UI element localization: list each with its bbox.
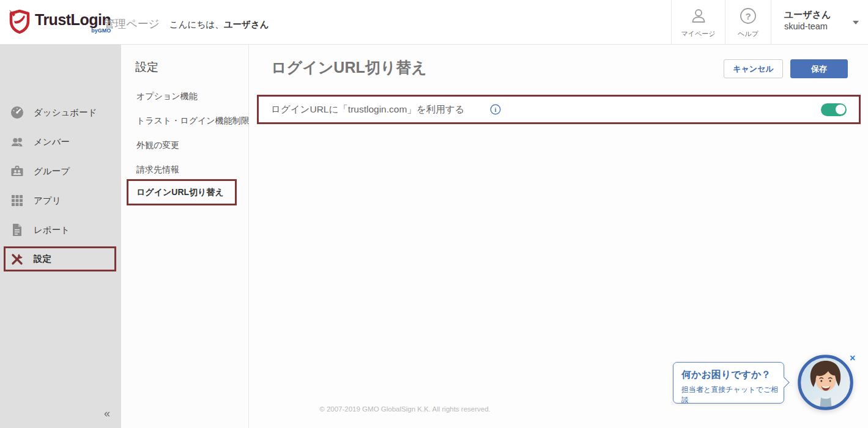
help-label: ヘルプ: [738, 29, 759, 39]
chevron-down-icon: [853, 21, 859, 24]
submenu-title: 設定: [135, 59, 158, 75]
login-url-setting-row: ログインURLに「trustlogin.com」を利用する i: [257, 95, 861, 124]
page-title: ログインURL切り替え: [271, 57, 427, 78]
brand-name: TrustLogin: [35, 12, 111, 28]
help-icon: ?: [739, 7, 757, 28]
chat-subtitle: 担当者と直接チャットでご相談: [681, 385, 784, 405]
chat-close-icon[interactable]: ×: [850, 353, 855, 363]
submenu-item-option-features[interactable]: オプション機能: [136, 91, 198, 102]
save-button[interactable]: 保存: [790, 59, 848, 78]
greeting-text: こんにちは、ユーザさん: [169, 19, 269, 31]
submenu-item-login-url-switch[interactable]: ログインURL切り替え: [127, 179, 237, 205]
svg-text:i: i: [495, 106, 497, 113]
svg-text:?: ?: [745, 10, 751, 21]
sidebar-collapse-button[interactable]: «: [104, 407, 110, 420]
reports-icon: [10, 223, 24, 237]
greeting-prefix: こんにちは、: [169, 20, 224, 29]
user-menu[interactable]: ユーザさん skuid-team: [771, 0, 868, 45]
submenu-item-appearance[interactable]: 外観の変更: [136, 140, 179, 151]
admin-page-label: 管理ページ: [104, 17, 160, 31]
trustlogin-logo[interactable]: TrustLogin byGMO: [8, 9, 111, 37]
setting-row-label: ログインURLに「trustlogin.com」を利用する: [271, 103, 464, 116]
sidebar-item-label: アプリ: [34, 195, 61, 207]
chat-invite-bubble[interactable]: 何かお困りですか？ 担当者と直接チャットでご相談: [673, 362, 784, 404]
main-content: ログインURL切り替え キャンセル 保存 ログインURLに「trustlogin…: [249, 45, 868, 428]
cancel-button[interactable]: キャンセル: [724, 59, 783, 78]
sidebar-item-members[interactable]: メンバー: [0, 127, 121, 157]
copyright-text: © 2007-2019 GMO GlobalSign K.K. All righ…: [249, 405, 561, 413]
members-icon: [10, 135, 24, 149]
help-button[interactable]: ? ヘルプ: [725, 0, 771, 45]
top-bar: TrustLogin byGMO 管理ページ こんにちは、ユーザさん マイページ…: [0, 0, 868, 45]
sidebar-item-dashboard[interactable]: ダッシュボード: [0, 98, 121, 127]
sidebar-item-label: レポート: [34, 224, 70, 236]
sidebar-item-label: メンバー: [34, 136, 70, 148]
settings-icon: [10, 252, 24, 267]
mypage-button[interactable]: マイページ: [671, 0, 725, 45]
chat-agent-avatar[interactable]: [798, 355, 853, 410]
toggle-knob: [836, 105, 845, 114]
chat-title: 何かお困りですか？: [681, 369, 784, 382]
user-name: ユーザさん: [784, 9, 868, 21]
sidebar-item-label: グループ: [34, 166, 70, 177]
apps-icon: [10, 193, 24, 208]
submenu-item-function-restriction[interactable]: トラスト・ログイン機能制限: [136, 116, 250, 127]
greeting-username: ユーザさん: [224, 20, 269, 29]
person-icon: [689, 7, 708, 28]
main-sidebar: ダッシュボード メンバー: [0, 45, 121, 428]
mypage-label: マイページ: [681, 29, 715, 39]
login-url-toggle[interactable]: [821, 103, 847, 116]
sidebar-item-apps[interactable]: アプリ: [0, 186, 121, 215]
sidebar-item-groups[interactable]: グループ: [0, 157, 121, 186]
sidebar-item-reports[interactable]: レポート: [0, 215, 121, 245]
settings-submenu: 設定 オプション機能 トラスト・ログイン機能制限 外観の変更 請求先情報 ログイ…: [121, 45, 249, 428]
sidebar-item-label: 設定: [34, 253, 51, 265]
shield-logo-icon: [8, 9, 31, 37]
brand-by-gmo: byGMO: [35, 28, 111, 34]
sidebar-item-settings[interactable]: 設定: [4, 246, 116, 271]
info-icon[interactable]: i: [490, 104, 501, 115]
submenu-item-billing-info[interactable]: 請求先情報: [136, 164, 179, 175]
sidebar-item-label: ダッシュボード: [34, 107, 97, 119]
dashboard-icon: [10, 105, 24, 120]
groups-icon: [10, 164, 24, 179]
admin-page: TrustLogin byGMO 管理ページ こんにちは、ユーザさん マイページ…: [0, 0, 868, 428]
